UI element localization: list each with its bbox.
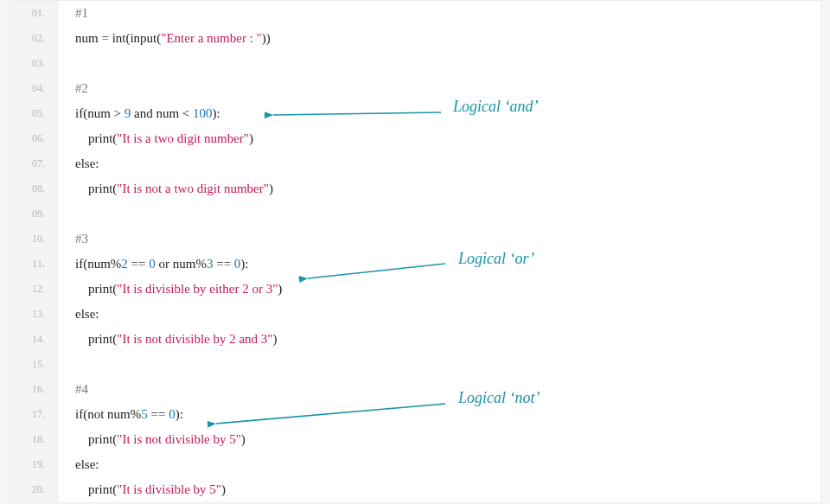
code-line: 19.else: xyxy=(10,452,820,477)
code-line: 16.#4 xyxy=(10,377,820,402)
code-content: else: xyxy=(58,156,99,171)
line-number: 09. xyxy=(10,201,58,226)
code-line: 01.#1 xyxy=(10,1,820,26)
code-line: 05.if(num > 9 and num < 100): xyxy=(10,101,820,126)
code-line: 12. print("It is divisible by either 2 o… xyxy=(10,277,820,302)
line-number: 15. xyxy=(10,352,58,377)
code-content: if(not num%5 == 0): xyxy=(58,407,183,422)
code-line: 11.if(num%2 == 0 or num%3 == 0): xyxy=(10,252,820,277)
line-number: 02. xyxy=(10,26,58,51)
line-number: 06. xyxy=(10,126,58,151)
line-number: 18. xyxy=(10,427,58,452)
line-number: 20. xyxy=(10,477,58,502)
line-number: 17. xyxy=(10,402,58,427)
code-line: 02.num = int(input("Enter a number : ")) xyxy=(10,26,820,51)
line-number: 12. xyxy=(10,277,58,302)
line-number: 04. xyxy=(10,76,58,101)
line-number: 01. xyxy=(10,1,58,26)
code-content: #2 xyxy=(58,81,88,96)
code-line: 03. xyxy=(10,51,820,76)
line-number: 10. xyxy=(10,226,58,252)
code-line: 07.else: xyxy=(10,151,820,176)
line-number: 16. xyxy=(10,377,58,402)
line-number: 13. xyxy=(10,302,58,327)
code-annotated-figure: 01.#102.num = int(input("Enter a number … xyxy=(0,0,830,504)
code-line: 13.else: xyxy=(10,302,820,327)
line-number: 11. xyxy=(10,252,58,277)
line-number: 08. xyxy=(10,176,58,201)
code-block: 01.#102.num = int(input("Enter a number … xyxy=(9,0,821,503)
code-content: print("It is a two digit number") xyxy=(58,131,253,146)
code-content: #4 xyxy=(58,382,88,397)
code-content: print("It is divisible by 5") xyxy=(58,482,226,497)
line-number: 07. xyxy=(10,151,58,176)
code-line: 20. print("It is divisible by 5") xyxy=(10,477,820,502)
code-line: 08. print("It is not a two digit number"… xyxy=(10,176,820,201)
code-line: 14. print("It is not divisible by 2 and … xyxy=(10,327,820,352)
code-line: 04.#2 xyxy=(10,76,820,101)
code-line: 15. xyxy=(10,352,820,377)
code-content: else: xyxy=(58,307,99,322)
code-content: print("It is not divisible by 2 and 3") xyxy=(58,332,277,347)
code-content: print("It is not a two digit number") xyxy=(58,182,273,196)
code-content: num = int(input("Enter a number : ")) xyxy=(58,31,271,46)
code-content: if(num > 9 and num < 100): xyxy=(58,106,220,121)
line-number: 05. xyxy=(10,101,58,126)
code-content: #3 xyxy=(58,232,88,246)
code-line: 10.#3 xyxy=(10,226,820,252)
code-line: 17.if(not num%5 == 0): xyxy=(10,402,820,427)
line-number: 14. xyxy=(10,327,58,352)
code-content: else: xyxy=(58,457,99,472)
code-content: if(num%2 == 0 or num%3 == 0): xyxy=(58,257,249,271)
code-line: 18. print("It is not divisible by 5") xyxy=(10,427,820,452)
code-line: 06. print("It is a two digit number") xyxy=(10,126,820,151)
line-number: 19. xyxy=(10,452,58,477)
code-content: #1 xyxy=(58,6,88,21)
code-content: print("It is not divisible by 5") xyxy=(58,432,246,447)
code-content: print("It is divisible by either 2 or 3"… xyxy=(58,282,282,297)
code-line: 09. xyxy=(10,201,820,226)
line-number: 03. xyxy=(10,51,58,76)
